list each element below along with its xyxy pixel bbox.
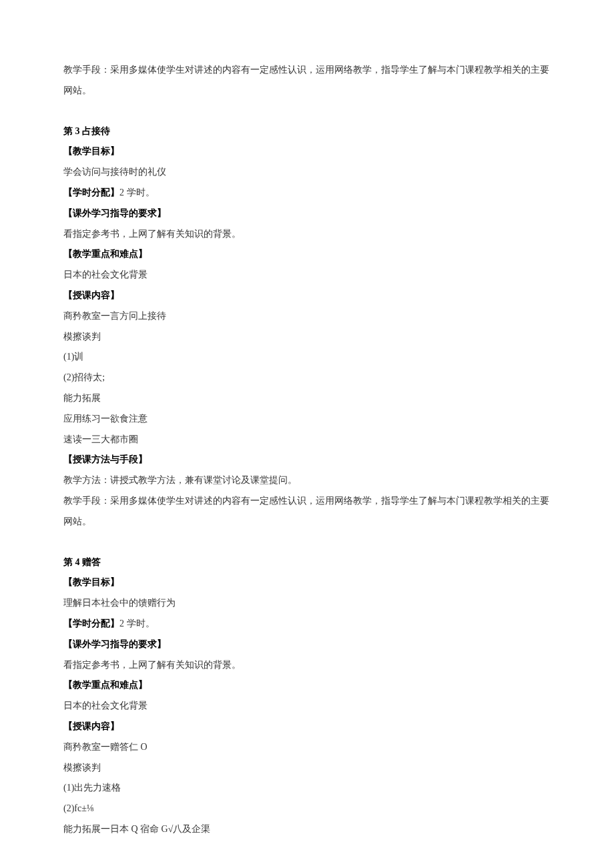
section3-title: 第 3 占接待: [63, 121, 551, 142]
section3-goal-text: 学会访问与接待时的礼仪: [63, 162, 551, 183]
section4-extra-label: 【课外学习指导的要求】: [63, 634, 551, 655]
section3-goal-label: 【教学目标】: [63, 141, 551, 162]
section4-title: 第 4 赠答: [63, 552, 551, 573]
section3-content-line: 商矜教室一言方冋上接待: [63, 306, 551, 327]
section3-content-line: (2)招待太;: [63, 368, 551, 388]
section4-content-line: (1)出先力速格: [63, 778, 551, 799]
section3-content-line: 速读一三大都市圈: [63, 430, 551, 450]
section4-content-line: 商矜教室一赠答仁 O: [63, 737, 551, 758]
section4-content-line: 模擦谈判: [63, 758, 551, 779]
section3-extra-text: 看指定参考书，上网了解有关知识的背景。: [63, 224, 551, 245]
section3-hours-text: 2 学时。: [119, 187, 155, 197]
section3-content-line: 能力拓展: [63, 388, 551, 409]
intro-paragraph: 教学手段：采用多媒体使学生对讲述的内容有一定感性认识，运用网络教学，指导学生了解…: [63, 60, 551, 101]
section4-goal-text: 理解日本社会中的馈赠行为: [63, 593, 551, 614]
section3-hours-label: 【学时分配】: [63, 187, 119, 197]
section4-content-label: 【授课内容】: [63, 717, 551, 737]
section4-goal-label: 【教学目标】: [63, 572, 551, 593]
section4-content-line: (2)fc±⅛: [63, 799, 551, 819]
section4-content-line: 能力拓展一日本 Q 宿命 G√八及企渠: [63, 819, 551, 840]
section4-hours-row: 【学时分配】2 学时。: [63, 614, 551, 634]
section3-content-line: 应用练习一欲食注意: [63, 409, 551, 430]
section3-method-text2: 教学手段：采用多媒体使学生对讲述的内容有一定感性认识，运用网络教学，指导学生了解…: [63, 491, 551, 532]
section3-focus-label: 【教学重点和难点】: [63, 244, 551, 265]
section3-hours-row: 【学时分配】2 学时。: [63, 183, 551, 203]
section3-content-line: 模擦谈判: [63, 327, 551, 348]
section3-content-label: 【授课内容】: [63, 286, 551, 306]
section4-hours-label: 【学时分配】: [63, 618, 119, 628]
section4-extra-text: 看指定参考书，上网了解有关知识的背景。: [63, 655, 551, 676]
section3-extra-label: 【课外学习指导的要求】: [63, 203, 551, 224]
section3-focus-text: 日本的社会文化背景: [63, 265, 551, 286]
section3-method-text1: 教学方法：讲授式教学方法，兼有课堂讨论及课堂提问。: [63, 470, 551, 491]
section3-method-label: 【授课方法与手段】: [63, 450, 551, 470]
section4-hours-text: 2 学时。: [119, 618, 155, 628]
section4-focus-label: 【教学重点和难点】: [63, 675, 551, 696]
section3-content-line: (1)训: [63, 347, 551, 368]
section4-focus-text: 日本的社会文化背景: [63, 696, 551, 717]
